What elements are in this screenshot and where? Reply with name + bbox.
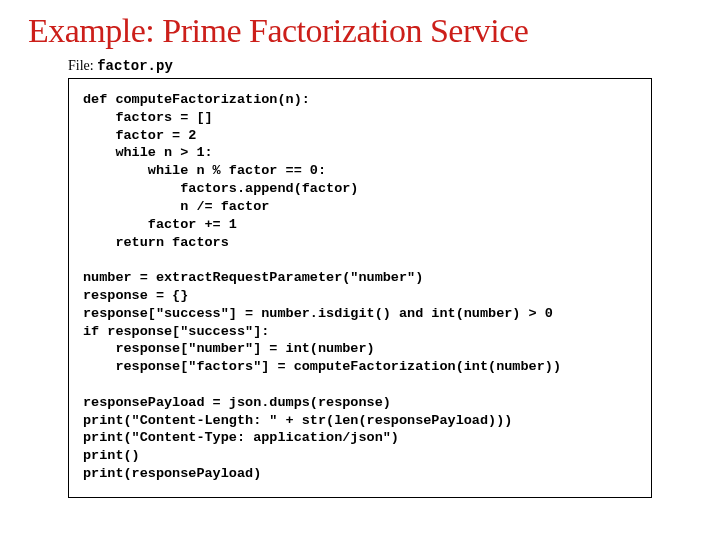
page-title: Example: Prime Factorization Service [28,12,692,50]
slide: Example: Prime Factorization Service Fil… [0,0,720,540]
file-name: factor.py [97,58,173,74]
file-line: File: factor.py [68,58,692,74]
code-box: def computeFactorization(n): factors = [… [68,78,652,498]
file-label: File: [68,58,97,73]
code-listing: def computeFactorization(n): factors = [… [83,91,637,483]
